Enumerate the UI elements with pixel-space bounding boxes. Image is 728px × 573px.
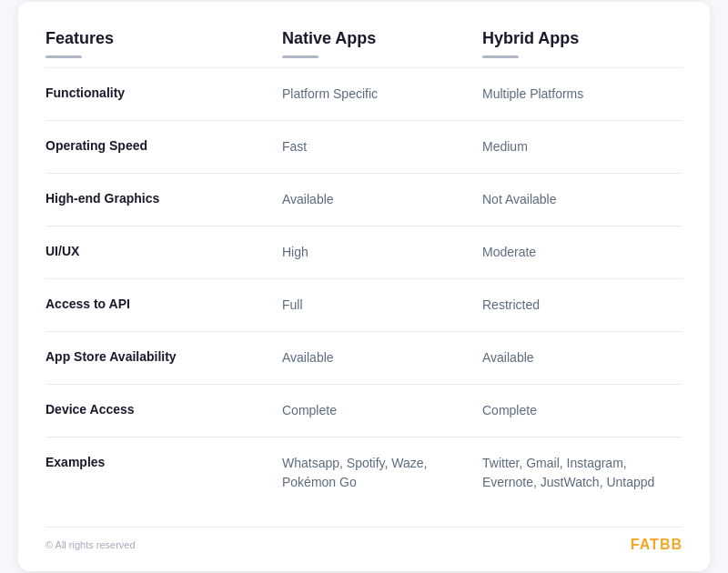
features-underline: [46, 55, 82, 58]
native-value-cell: Full: [282, 296, 482, 315]
hybrid-value-cell: Available: [482, 348, 682, 367]
logo-main: FAT: [631, 537, 660, 552]
native-underline: [282, 55, 318, 58]
hybrid-header-cell: Hybrid Apps: [482, 29, 682, 58]
footer: © All rights reserved FATBB: [46, 527, 682, 553]
feature-cell: Device Access: [46, 401, 282, 419]
feature-cell: App Store Availability: [46, 348, 282, 367]
feature-cell: Operating Speed: [46, 137, 282, 156]
table-row: Device AccessCompleteComplete: [46, 384, 682, 437]
feature-cell: High-end Graphics: [46, 190, 282, 208]
hybrid-value-cell: Twitter, Gmail, Instagram, Evernote, Jus…: [482, 454, 682, 492]
table-body: FunctionalityPlatform SpecificMultiple P…: [46, 67, 682, 508]
table-row: UI/UXHighModerate: [46, 226, 682, 278]
logo: FATBB: [631, 537, 682, 553]
native-value-cell: Platform Specific: [282, 85, 482, 104]
features-header-cell: Features: [46, 29, 282, 58]
native-value-cell: Whatsapp, Spotify, Waze, Pokémon Go: [282, 454, 482, 492]
hybrid-underline: [482, 55, 519, 58]
native-value-cell: High: [282, 243, 482, 262]
table-row: App Store AvailabilityAvailableAvailable: [46, 331, 682, 384]
copyright-text: © All rights reserved: [46, 539, 136, 550]
native-header-cell: Native Apps: [282, 29, 482, 58]
comparison-table: Features Native Apps Hybrid Apps Functio…: [46, 29, 682, 508]
hybrid-value-cell: Moderate: [482, 243, 682, 262]
feature-cell: Examples: [46, 454, 282, 472]
feature-cell: Functionality: [46, 85, 282, 103]
native-value-cell: Available: [282, 190, 482, 209]
feature-cell: UI/UX: [46, 243, 282, 261]
table-row: Operating SpeedFastMedium: [46, 120, 682, 173]
hybrid-value-cell: Not Available: [482, 190, 682, 209]
table-row: ExamplesWhatsapp, Spotify, Waze, Pokémon…: [46, 437, 682, 508]
comparison-card: Features Native Apps Hybrid Apps Functio…: [18, 2, 710, 571]
hybrid-value-cell: Medium: [482, 137, 682, 156]
hybrid-value-cell: Multiple Platforms: [482, 85, 682, 104]
hybrid-value-cell: Restricted: [482, 296, 682, 315]
logo-accent: BB: [660, 537, 682, 552]
native-value-cell: Complete: [282, 401, 482, 420]
native-value-cell: Available: [282, 348, 482, 367]
feature-cell: Access to API: [46, 296, 282, 314]
native-value-cell: Fast: [282, 137, 482, 156]
table-header-row: Features Native Apps Hybrid Apps: [46, 29, 682, 58]
hybrid-value-cell: Complete: [482, 401, 682, 420]
table-row: High-end GraphicsAvailableNot Available: [46, 173, 682, 226]
table-row: Access to APIFullRestricted: [46, 278, 682, 331]
table-row: FunctionalityPlatform SpecificMultiple P…: [46, 67, 682, 120]
